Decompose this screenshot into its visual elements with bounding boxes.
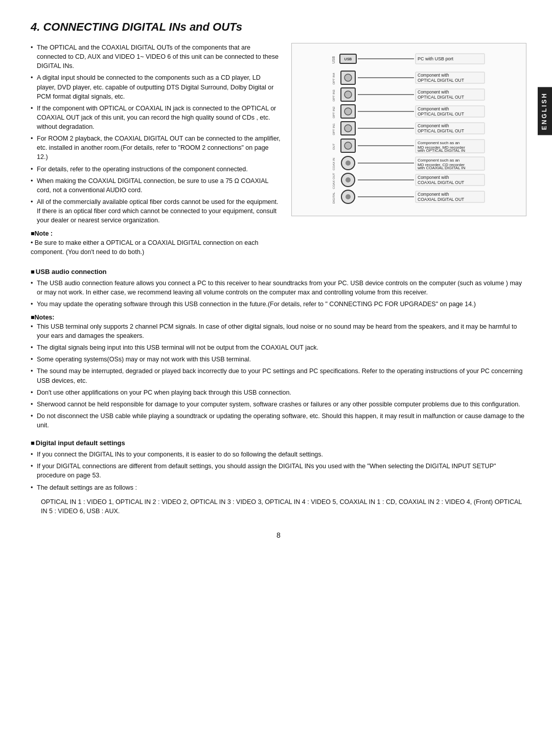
note-label: ■Note : <box>31 230 281 237</box>
svg-text:Component with: Component with <box>418 73 449 78</box>
usb-bullet-list: The USB audio connection feature allows … <box>31 279 526 309</box>
list-item: For ROOM 2 playback, the COAXIAL DIGITAL… <box>31 134 281 162</box>
usb-section: USB audio connection The USB audio conne… <box>31 268 526 430</box>
svg-text:Component with: Component with <box>418 89 449 95</box>
svg-point-31 <box>346 177 351 182</box>
list-item: If the component with OPTICAL or COAXIAL… <box>31 104 281 131</box>
list-item: If your DIGITAL connections are differen… <box>31 462 526 480</box>
list-item: If you connect the DIGITAL INs to your c… <box>31 450 526 459</box>
svg-text:OPT IN3: OPT IN3 <box>332 89 335 102</box>
svg-text:COAXIAL DIGITAL OUT: COAXIAL DIGITAL OUT <box>418 197 464 202</box>
list-item: Don't use other applifications on your P… <box>31 388 526 397</box>
svg-text:OPTICAL DIGITAL OUT: OPTICAL DIGITAL OUT <box>418 95 464 100</box>
svg-point-16 <box>344 91 352 98</box>
svg-point-25 <box>344 142 352 149</box>
list-item: For details, refer to the operating inst… <box>31 165 281 174</box>
intro-list: The OPTICAL and the COAXIAL DIGITAL OUTs… <box>31 43 281 225</box>
connection-diagram: USB USB OPT IN4 OPT IN3 OPT IN2 <box>291 43 526 216</box>
digital-bullet-list: If you connect the DIGITAL INs to your c… <box>31 450 526 492</box>
svg-text:OUT: OUT <box>332 143 335 150</box>
svg-point-22 <box>344 125 352 132</box>
usb-section-header: USB audio connection <box>31 268 526 276</box>
svg-text:PC with USB port: PC with USB port <box>418 56 454 61</box>
svg-text:OPTICAL DIGITAL OUT: OPTICAL DIGITAL OUT <box>418 128 464 133</box>
svg-text:Component such as an: Component such as an <box>418 141 459 145</box>
svg-text:DIGITAL: DIGITAL <box>332 192 335 204</box>
page: ENGLISH 4. CONNECTING DIGITAL INs and OU… <box>0 0 552 756</box>
svg-point-19 <box>344 108 352 115</box>
svg-text:COAXIAL DIGITAL OUT: COAXIAL DIGITAL OUT <box>418 180 464 185</box>
svg-text:USB: USB <box>344 57 352 61</box>
svg-text:Component with: Component with <box>418 175 449 180</box>
note-text: • Be sure to make either a OPTICAL or a … <box>31 238 281 257</box>
svg-text:with OPTICAL DIGITAL IN: with OPTICAL DIGITAL IN <box>417 148 465 153</box>
list-item: This USB terminal only supports 2 channe… <box>31 322 526 340</box>
digital-section: Digital input default settings If you co… <box>31 439 526 516</box>
list-item: The sound may be interrupted, degraded o… <box>31 366 526 385</box>
svg-text:with COAXIAL DIGITAL IN: with COAXIAL DIGITAL IN <box>417 166 466 170</box>
digital-section-header: Digital input default settings <box>31 439 526 447</box>
page-number: 8 <box>31 531 526 539</box>
list-item: The digital signals being input into thi… <box>31 343 526 352</box>
list-item: Sherwood cannot be held responsible for … <box>31 400 526 409</box>
svg-text:USB: USB <box>332 56 335 63</box>
svg-point-34 <box>346 194 351 199</box>
list-item: Some operating systems(OSs) may or may n… <box>31 355 526 364</box>
usb-notes-list: This USB terminal only supports 2 channe… <box>31 322 526 430</box>
svg-point-28 <box>346 161 351 166</box>
svg-text:OPT IN2: OPT IN2 <box>332 106 335 119</box>
list-item: A digital input should be connected to t… <box>31 73 281 101</box>
list-item: When making the COAXIAL DIGITAL connecti… <box>31 176 281 195</box>
svg-text:Component with: Component with <box>418 106 449 111</box>
list-item: The USB audio connection feature allows … <box>31 279 526 297</box>
svg-text:OPTICAL DIGITAL OUT: OPTICAL DIGITAL OUT <box>418 78 464 83</box>
english-tab: ENGLISH <box>538 87 552 135</box>
left-column: The OPTICAL and the COAXIAL DIGITAL OUTs… <box>31 43 281 259</box>
page-title: 4. CONNECTING DIGITAL INs and OUTs <box>31 20 526 34</box>
list-item: You may update the operating software th… <box>31 300 526 309</box>
diagram-svg: USB USB OPT IN4 OPT IN3 OPT IN2 <box>297 50 521 208</box>
svg-text:Component with: Component with <box>418 192 449 197</box>
svg-text:OPT IN1: OPT IN1 <box>332 123 335 135</box>
list-item: Do not disconnect the USB cable while pl… <box>31 411 526 430</box>
list-item: All of the commercially available optica… <box>31 197 281 225</box>
svg-text:Component with: Component with <box>418 123 449 128</box>
svg-point-13 <box>344 74 352 81</box>
svg-text:OPTICAL DIGITAL OUT: OPTICAL DIGITAL OUT <box>418 111 464 117</box>
svg-text:COAX OUT: COAX OUT <box>332 173 335 189</box>
svg-text:OPT IN4: OPT IN4 <box>332 73 335 85</box>
content-area: The OPTICAL and the COAXIAL DIGITAL OUTs… <box>31 43 526 259</box>
svg-text:Component such as an: Component such as an <box>418 158 459 163</box>
default-settings-text: OPTICAL IN 1 : VIDEO 1, OPTICAL IN 2 : V… <box>31 497 526 516</box>
list-item: The OPTICAL and the COAXIAL DIGITAL OUTs… <box>31 43 281 71</box>
list-item: The default settings are as follows : <box>31 483 526 492</box>
svg-text:COAX IN: COAX IN <box>332 158 335 171</box>
diagram-area: USB USB OPT IN4 OPT IN3 OPT IN2 <box>291 43 526 259</box>
usb-notes-label: ■Notes: <box>31 314 526 321</box>
